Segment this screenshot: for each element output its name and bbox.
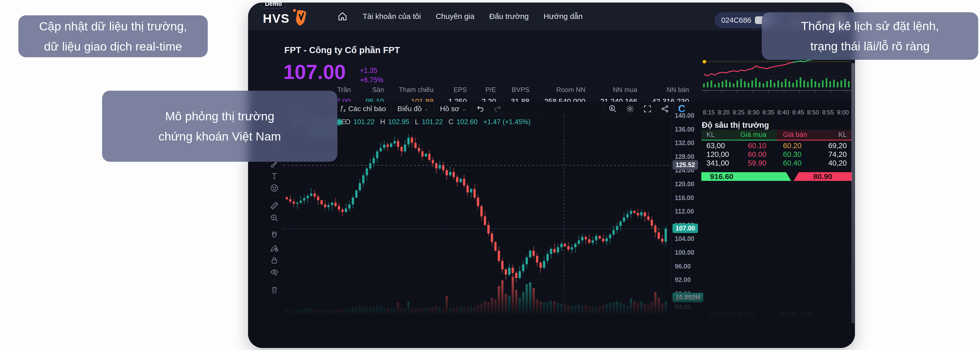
home-icon[interactable] (337, 11, 348, 22)
buy-button[interactable] (740, 329, 783, 348)
total-matched-row: Tổng KL khớp 9,545,200 (701, 304, 852, 318)
depth-header-sell: Giá bán (783, 131, 807, 139)
price-axis-label: 128.00 (675, 153, 694, 160)
magnet-icon[interactable] (269, 230, 280, 241)
nav-link-0[interactable]: Tài khoản của tôi (363, 12, 421, 21)
nav-links: Tài khoản của tôiChuyên giaĐấu trườngHướ… (363, 12, 583, 21)
depth-header-kl-right: KL (838, 131, 847, 139)
logo-text: HVS (263, 13, 290, 25)
nav-link-1[interactable]: Chuyên gia (436, 12, 474, 21)
stock-change: +1.35 +6.75% (360, 66, 383, 85)
price-axis-label: 84.00 (675, 304, 691, 311)
toolbar-divider (269, 227, 280, 227)
trash-icon[interactable] (269, 284, 280, 296)
ref-price-badge: 125.52 (673, 160, 698, 169)
stock-price: 107.00 (283, 60, 346, 84)
price-axis-label: 92.00 (675, 276, 691, 284)
time-label: 8:15 (703, 109, 715, 116)
price-axis-label: 140.00 (675, 112, 694, 119)
indicators-button[interactable]: ƒx Các chỉ báo (334, 104, 391, 113)
ruler-icon[interactable] (269, 200, 280, 211)
nav-link-2[interactable]: Đấu trường (489, 12, 529, 21)
price-axis-label: 96.00 (675, 263, 691, 270)
emoji-icon[interactable] (269, 182, 280, 193)
redo-icon[interactable] (489, 104, 506, 113)
ohlc-legend: O101.22 H102.95 L101.22 C102.60 +1.47 (+… (336, 118, 533, 126)
gear-icon[interactable] (621, 104, 639, 113)
depth-header-buy: Giá mua (740, 131, 767, 139)
chevron-down-icon: ⌄ (424, 106, 428, 111)
depth-row-0[interactable]: 63,0060.1060.2069,20 (701, 141, 852, 150)
chevron-down-icon: ⌄ (462, 106, 466, 111)
nav-link-3[interactable]: Hướng dẫn (544, 12, 583, 21)
shield-flame-icon (292, 9, 307, 26)
time-label: 8:25 (733, 109, 745, 116)
share-icon[interactable] (656, 104, 674, 113)
time-label: 8:30 (748, 109, 759, 116)
volume-axis-badge: 10.892M (673, 293, 703, 302)
ratio-buy: 916.60 (701, 172, 791, 181)
draw-lock-icon[interactable] (269, 242, 280, 253)
toolbar-divider (269, 281, 280, 281)
time-label: 8:40 (777, 109, 789, 116)
stock-title: FPT - Công ty Cổ phần FPT (284, 45, 400, 55)
order-buttons-blurred (732, 320, 840, 348)
lock-icon[interactable] (269, 254, 280, 266)
price-axis-label: 100.00 (675, 249, 694, 256)
price-axis-label: 116.00 (675, 194, 694, 201)
time-label: 8:50 (807, 109, 819, 116)
price-axis-label: 104.00 (675, 235, 694, 243)
price-axis-label: 136.00 (675, 126, 694, 133)
candlestick-chart[interactable] (283, 114, 669, 315)
price-axis-separator (671, 114, 671, 315)
time-label: 8:35 (762, 109, 774, 116)
market-panel: 8:158:208:258:308:358:408:458:508:559:00… (701, 38, 852, 324)
depth-row-1[interactable]: 120,0060.0060.3074,20 (701, 150, 852, 159)
depth-row-2[interactable]: 341,0059.9060.4040,20 (701, 159, 852, 167)
total-matched-value: 9,545,200 (780, 310, 813, 318)
alert-search-icon[interactable] (604, 104, 621, 113)
profile-menu-button[interactable]: Hồ sơ ⌄ (434, 105, 472, 113)
ratio-sell: 80.90 (794, 172, 852, 181)
time-label: 8:55 (822, 109, 834, 116)
callout-history: Thống kê lịch sử đặt lệnh, trạng thái lã… (762, 12, 978, 60)
total-matched-label: Tổng KL khớp (708, 310, 754, 318)
sell-button[interactable] (793, 329, 832, 348)
chart-menu-button[interactable]: Biểu đồ ⌄ (392, 105, 434, 113)
page: Demo HVS Tài khoản của tôiChuyên giaĐấu … (0, 0, 980, 350)
time-label: 8:20 (718, 109, 730, 116)
price-axis-label: 112.00 (675, 208, 694, 215)
buy-sell-ratio-bar: 916.60 80.90 (701, 172, 852, 181)
depth-header-kl-left: KL (706, 131, 715, 139)
zoom-in-icon[interactable] (269, 212, 280, 224)
eye-icon[interactable] (269, 267, 280, 278)
depth-table[interactable]: 63,0060.1060.2069,20120,0060.0060.3074,2… (701, 141, 852, 167)
last-price-badge: 107.00 (673, 224, 698, 233)
demo-badge: Demo (261, 3, 286, 8)
callout-market-data: Cập nhật dữ liệu thị trường, dữ liệu gia… (18, 15, 208, 57)
depth-header: KL Giá mua Giá bán KL (701, 130, 852, 141)
scrollbar[interactable] (851, 63, 855, 323)
time-label: 8:45 (792, 109, 804, 116)
price-axis-label: 132.00 (675, 139, 694, 147)
depth-title: Độ sâu thị trường (702, 121, 769, 130)
time-axis: 8:158:208:258:308:358:408:458:508:559:00 (703, 109, 849, 116)
account-id: 024C686 (721, 16, 751, 24)
undo-icon[interactable] (472, 104, 489, 113)
text-icon[interactable] (269, 170, 280, 181)
brand-logo[interactable]: Demo HVS (263, 8, 307, 25)
callout-simulation: Mô phỏng thị trường chứng khoán Việt Nam (102, 91, 337, 162)
fullscreen-icon[interactable] (639, 104, 656, 113)
price-axis-label: 120.00 (675, 181, 694, 188)
fx-icon: ƒx (340, 104, 345, 113)
time-label: 9:00 (837, 109, 849, 116)
